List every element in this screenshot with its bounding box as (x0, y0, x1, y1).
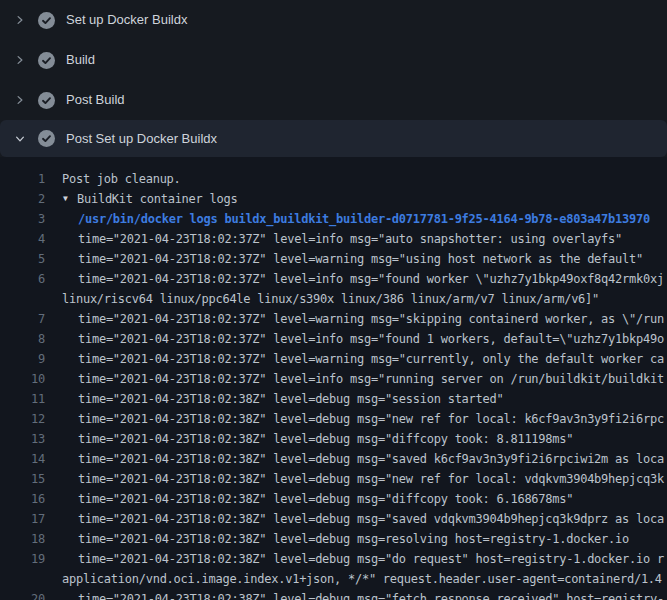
log-line-text: time="2021-04-23T18:02:38Z" level=debug … (45, 389, 503, 409)
log-line-text: Post job cleanup. (45, 169, 181, 189)
log-line: 12time="2021-04-23T18:02:38Z" level=debu… (0, 409, 667, 429)
log-line: 17time="2021-04-23T18:02:38Z" level=debu… (0, 509, 667, 529)
log-line-number[interactable]: 13 (0, 429, 45, 449)
log-line-number[interactable]: 11 (0, 389, 45, 409)
log-line-text: time="2021-04-23T18:02:37Z" level=info m… (45, 229, 622, 249)
step-list: Set up Docker Buildx Build Post Build (0, 0, 667, 157)
group-title: BuildKit container logs (77, 189, 237, 209)
step-row-post-build[interactable]: Post Build (0, 80, 667, 120)
log-line-text: time="2021-04-23T18:02:38Z" level=debug … (45, 409, 664, 429)
actions-log-viewer: Set up Docker Buildx Build Post Build (0, 0, 667, 600)
check-circle-icon (38, 52, 55, 69)
step-row-set-up-docker-buildx[interactable]: Set up Docker Buildx (0, 0, 667, 40)
log-line-number[interactable]: 18 (0, 529, 45, 549)
log-line-text: time="2021-04-23T18:02:37Z" level=warnin… (45, 349, 664, 369)
log-line: 16time="2021-04-23T18:02:38Z" level=debu… (0, 489, 667, 509)
log-line: 10time="2021-04-23T18:02:37Z" level=info… (0, 369, 667, 389)
log-line-text: time="2021-04-23T18:02:38Z" level=debug … (45, 469, 664, 489)
check-circle-icon (38, 92, 55, 109)
chevron-right-icon (12, 52, 28, 68)
log-line-number[interactable] (0, 289, 45, 309)
log-container: 1Post job cleanup.2▼BuildKit container l… (0, 157, 667, 600)
log-line-number[interactable]: 16 (0, 489, 45, 509)
log-line-text: time="2021-04-23T18:02:38Z" level=debug … (45, 549, 664, 569)
log-line-number[interactable]: 15 (0, 469, 45, 489)
log-line-text: time="2021-04-23T18:02:37Z" level=info m… (45, 329, 664, 349)
log-line: linux/riscv64 linux/ppc64le linux/s390x … (0, 289, 667, 309)
log-line-text[interactable]: ▼BuildKit container logs (45, 189, 237, 209)
step-label: Build (66, 52, 95, 68)
log-line-number[interactable]: 8 (0, 329, 45, 349)
log-line-number[interactable]: 20 (0, 589, 45, 600)
step-row-post-set-up-docker-buildx[interactable]: Post Set up Docker Buildx (0, 120, 667, 157)
log-line-number[interactable]: 14 (0, 449, 45, 469)
log-line: 14time="2021-04-23T18:02:38Z" level=debu… (0, 449, 667, 469)
group-collapse-triangle-icon[interactable]: ▼ (63, 189, 73, 209)
log-command-text: /usr/bin/docker logs buildx_buildkit_bui… (45, 209, 650, 229)
log-line: 18time="2021-04-23T18:02:38Z" level=debu… (0, 529, 667, 549)
log-line: 15time="2021-04-23T18:02:38Z" level=debu… (0, 469, 667, 489)
check-circle-icon (38, 130, 55, 147)
log-line-number[interactable]: 9 (0, 349, 45, 369)
log-line-text: time="2021-04-23T18:02:38Z" level=debug … (45, 589, 664, 600)
log-line: application/vnd.oci.image.index.v1+json,… (0, 569, 667, 589)
log-line-number[interactable]: 2 (0, 189, 45, 209)
log-line-number[interactable]: 4 (0, 229, 45, 249)
log-line-text: time="2021-04-23T18:02:37Z" level=info m… (45, 369, 664, 389)
log-line-text: time="2021-04-23T18:02:38Z" level=debug … (45, 429, 573, 449)
step-label: Post Build (66, 92, 125, 108)
log-line-number[interactable] (0, 569, 45, 589)
log-lines: 1Post job cleanup.2▼BuildKit container l… (0, 169, 667, 600)
log-line-number[interactable]: 3 (0, 209, 45, 229)
log-line-text: time="2021-04-23T18:02:37Z" level=info m… (45, 269, 664, 289)
step-row-build[interactable]: Build (0, 40, 667, 80)
chevron-down-icon (12, 131, 28, 147)
log-line-number[interactable]: 7 (0, 309, 45, 329)
step-label: Post Set up Docker Buildx (66, 131, 217, 147)
log-line-number[interactable]: 6 (0, 269, 45, 289)
log-line: 13time="2021-04-23T18:02:38Z" level=debu… (0, 429, 667, 449)
log-line: 9time="2021-04-23T18:02:37Z" level=warni… (0, 349, 667, 369)
check-circle-icon (38, 12, 55, 29)
log-line-text: time="2021-04-23T18:02:38Z" level=debug … (45, 509, 664, 529)
log-line: 1Post job cleanup. (0, 169, 667, 189)
log-line: 19time="2021-04-23T18:02:38Z" level=debu… (0, 549, 667, 569)
log-line: 8time="2021-04-23T18:02:37Z" level=info … (0, 329, 667, 349)
log-line-text: time="2021-04-23T18:02:38Z" level=debug … (45, 529, 629, 549)
log-line-number[interactable]: 10 (0, 369, 45, 389)
log-line-text: linux/riscv64 linux/ppc64le linux/s390x … (45, 289, 599, 309)
log-line-text: time="2021-04-23T18:02:38Z" level=debug … (45, 449, 664, 469)
log-line-text: time="2021-04-23T18:02:37Z" level=warnin… (45, 309, 664, 329)
log-line: 4time="2021-04-23T18:02:37Z" level=info … (0, 229, 667, 249)
log-line-number[interactable]: 12 (0, 409, 45, 429)
log-line: 2▼BuildKit container logs (0, 189, 667, 209)
log-line-text: time="2021-04-23T18:02:37Z" level=warnin… (45, 249, 643, 269)
log-line-text: application/vnd.oci.image.index.v1+json,… (45, 569, 662, 589)
log-line: 20time="2021-04-23T18:02:38Z" level=debu… (0, 589, 667, 600)
log-line: 7time="2021-04-23T18:02:37Z" level=warni… (0, 309, 667, 329)
log-line: 11time="2021-04-23T18:02:38Z" level=debu… (0, 389, 667, 409)
log-line: 5time="2021-04-23T18:02:37Z" level=warni… (0, 249, 667, 269)
step-label: Set up Docker Buildx (66, 12, 187, 28)
log-line-number[interactable]: 19 (0, 549, 45, 569)
log-line: 3/usr/bin/docker logs buildx_buildkit_bu… (0, 209, 667, 229)
log-line: 6time="2021-04-23T18:02:37Z" level=info … (0, 269, 667, 289)
log-line-number[interactable]: 17 (0, 509, 45, 529)
chevron-right-icon (12, 12, 28, 28)
chevron-right-icon (12, 92, 28, 108)
log-line-number[interactable]: 1 (0, 169, 45, 189)
log-line-text: time="2021-04-23T18:02:38Z" level=debug … (45, 489, 573, 509)
log-line-number[interactable]: 5 (0, 249, 45, 269)
